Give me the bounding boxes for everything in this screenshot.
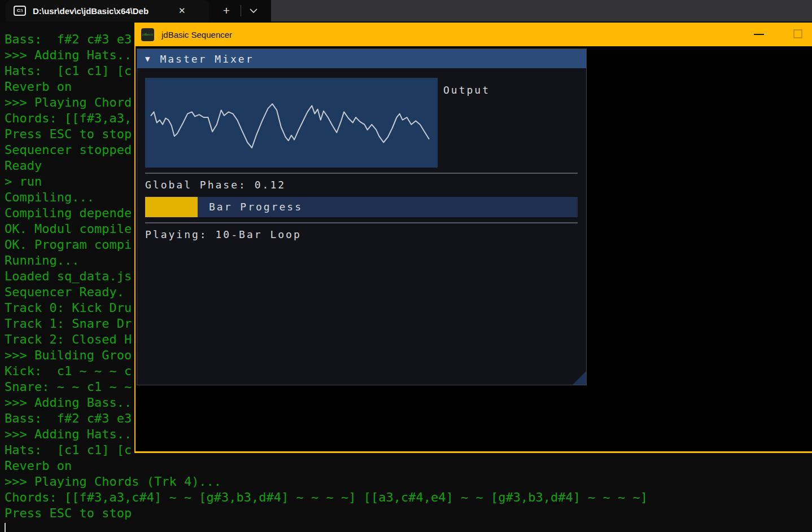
global-phase-text: Global Phase: 0.12 bbox=[145, 179, 286, 191]
sequencer-window: jdBasic jdBasic Sequencer ▼ Master Mixer… bbox=[134, 23, 812, 453]
terminal-tab[interactable]: C:\ D:\usr\dev\c\jdBasic\x64\Deb ✕ bbox=[6, 0, 209, 21]
screen: C:\ D:\usr\dev\c\jdBasic\x64\Deb ✕ + Bas… bbox=[0, 0, 812, 532]
master-mixer-panel: ▼ Master Mixer Output Global Phase: 0.12… bbox=[137, 49, 587, 385]
output-waveform-display bbox=[145, 78, 438, 168]
sequencer-maximize-button[interactable] bbox=[793, 29, 802, 38]
sequencer-titlebar[interactable]: jdBasic jdBasic Sequencer bbox=[136, 23, 812, 46]
bar-progress-bar: Bar Progress bbox=[145, 197, 578, 217]
jdbasic-app-icon: jdBasic bbox=[141, 28, 154, 41]
terminal-cursor bbox=[5, 523, 6, 532]
terminal-line: >>> Playing Chords (Trk 4)... bbox=[5, 474, 812, 490]
tab-close-icon[interactable]: ✕ bbox=[178, 6, 186, 16]
tab-separator bbox=[241, 5, 241, 16]
mixer-header-title: Master Mixer bbox=[160, 53, 254, 65]
divider bbox=[145, 173, 578, 174]
resize-handle[interactable] bbox=[573, 371, 586, 385]
collapse-triangle-icon[interactable]: ▼ bbox=[145, 54, 150, 63]
master-mixer-header[interactable]: ▼ Master Mixer bbox=[137, 49, 586, 68]
chevron-down-icon[interactable] bbox=[244, 0, 263, 21]
terminal-line: Chords: [[f#3,a3,c#4] ~ ~ [g#3,b3,d#4] ~… bbox=[5, 490, 812, 505]
sequencer-window-title: jdBasic Sequencer bbox=[161, 30, 232, 39]
new-tab-button[interactable]: + bbox=[217, 0, 236, 21]
terminal-titlebar: C:\ D:\usr\dev\c\jdBasic\x64\Deb ✕ + bbox=[0, 0, 812, 21]
output-label: Output bbox=[443, 84, 490, 96]
playing-status-text: Playing: 10-Bar Loop bbox=[145, 228, 302, 240]
terminal-line: Press ESC to stop bbox=[5, 505, 812, 521]
terminal-line: Reverb on bbox=[5, 458, 812, 474]
tab-title: D:\usr\dev\c\jdBasic\x64\Deb bbox=[33, 6, 174, 16]
divider bbox=[145, 222, 578, 223]
bar-progress-fill bbox=[145, 197, 198, 217]
sequencer-minimize-button[interactable] bbox=[754, 34, 764, 35]
tab-strip: C:\ D:\usr\dev\c\jdBasic\x64\Deb ✕ + bbox=[0, 0, 271, 21]
command-prompt-icon: C:\ bbox=[14, 6, 26, 16]
bar-progress-label: Bar Progress bbox=[209, 197, 303, 217]
